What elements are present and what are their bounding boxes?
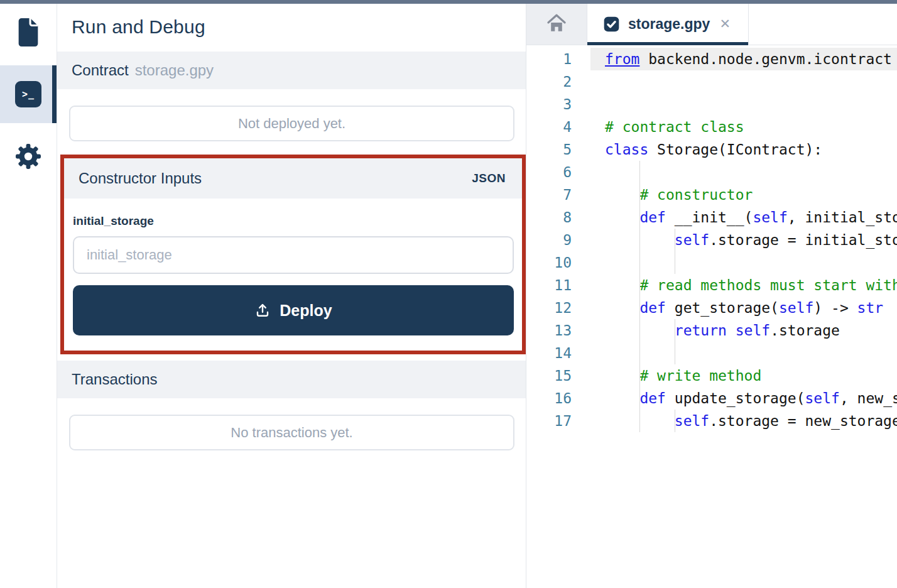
json-toggle-button[interactable]: JSON: [472, 172, 506, 185]
line-number: 3: [526, 93, 590, 116]
code-token: self: [753, 209, 787, 226]
code-line[interactable]: 13 return self.storage: [526, 319, 897, 342]
line-number: 10: [526, 251, 590, 274]
active-item-indicator: [52, 65, 57, 123]
code-token: __init__(: [666, 209, 753, 226]
sidebar-item-files[interactable]: [0, 10, 57, 55]
code-token: str: [857, 300, 884, 316]
constructor-inputs-highlighted-section: Constructor Inputs JSON initial_storage …: [60, 155, 526, 354]
code-line-text[interactable]: def get_storage(self) -> str: [590, 297, 897, 319]
code-line[interactable]: 5class Storage(IContract):: [526, 138, 897, 161]
code-token: [605, 300, 639, 316]
code-line[interactable]: 6: [526, 161, 897, 183]
home-icon: [546, 13, 567, 35]
code-token: # write method: [639, 368, 761, 384]
code-line-text[interactable]: [590, 342, 897, 364]
initial-storage-label: initial_storage: [73, 214, 514, 228]
code-line[interactable]: 3: [526, 93, 897, 116]
code-line-text[interactable]: [590, 70, 897, 93]
code-line-text[interactable]: return self.storage: [590, 319, 897, 342]
deploy-button[interactable]: Deploy: [73, 285, 514, 335]
code-token: [605, 232, 675, 248]
code-line[interactable]: 10: [526, 251, 897, 274]
tabstrip-empty-area: [749, 4, 897, 45]
line-number: 11: [526, 274, 590, 297]
code-token: [605, 390, 639, 406]
contract-section-body: Not deployed yet.: [57, 89, 526, 155]
code-line[interactable]: 12 def get_storage(self) -> str: [526, 297, 897, 319]
close-icon[interactable]: ✕: [718, 16, 732, 32]
tab-storage-gpy[interactable]: storage.gpy ✕: [587, 4, 749, 45]
code-line-text[interactable]: # constructor: [590, 183, 897, 206]
line-number: 17: [526, 410, 590, 432]
code-token: self: [675, 232, 709, 248]
line-number: 9: [526, 229, 590, 251]
code-line[interactable]: 17 self.storage = new_storage: [526, 410, 897, 432]
code-token: [605, 413, 675, 429]
code-token: .storage = new_storage: [709, 413, 897, 429]
code-line-text[interactable]: self.storage = initial_sto: [590, 229, 897, 251]
deploy-status-box: Not deployed yet.: [69, 106, 514, 141]
code-token: backend.node.genvm.icontract: [639, 51, 892, 67]
code-token: Storage(IContract):: [648, 141, 822, 158]
code-line[interactable]: 14: [526, 342, 897, 364]
code-line-text[interactable]: [590, 93, 897, 116]
page-title: Run and Debug: [57, 4, 526, 52]
code-line-text[interactable]: # contract class: [590, 116, 897, 138]
code-lines: 1from backend.node.genvm.icontract234# c…: [526, 48, 897, 432]
tab-filename: storage.gpy: [628, 16, 710, 33]
code-line-text[interactable]: def update_storage(self, new_s: [590, 387, 897, 410]
code-token: [605, 322, 675, 339]
terminal-icon: >_: [15, 81, 41, 107]
code-line-text[interactable]: # read methods must start with: [590, 274, 897, 297]
line-number: 1: [526, 48, 590, 70]
activity-bar: >_: [0, 4, 57, 588]
code-token: [605, 277, 639, 293]
upload-icon: [254, 302, 271, 318]
constructor-title: Constructor Inputs: [79, 170, 202, 187]
code-token: get_storage(: [666, 300, 779, 316]
code-token: update_storage(: [666, 390, 805, 406]
code-token: self: [805, 390, 840, 406]
line-number: 16: [526, 387, 590, 410]
sidebar-item-run-debug[interactable]: >_: [0, 65, 57, 123]
code-line-text[interactable]: from backend.node.genvm.icontract: [590, 48, 897, 70]
code-line-text[interactable]: self.storage = new_storage: [590, 410, 897, 432]
code-editor[interactable]: 1from backend.node.genvm.icontract234# c…: [526, 45, 897, 588]
code-line[interactable]: 4# contract class: [526, 116, 897, 138]
contract-section-header: Contract storage.gpy: [57, 52, 526, 89]
line-number: 2: [526, 70, 590, 93]
code-token: class: [605, 141, 648, 158]
code-token: # contract class: [605, 119, 744, 135]
run-debug-panel: Run and Debug Contract storage.gpy Not d…: [57, 4, 526, 588]
code-line[interactable]: 11 # read methods must start with: [526, 274, 897, 297]
code-line[interactable]: 16 def update_storage(self, new_s: [526, 387, 897, 410]
code-line-text[interactable]: # write method: [590, 364, 897, 387]
home-tab-button[interactable]: [526, 4, 587, 45]
contract-label: Contract: [72, 62, 129, 79]
code-line-text[interactable]: def __init__(self, initial_sto: [590, 206, 897, 229]
constructor-section-body: initial_storage Deploy: [64, 199, 522, 351]
constructor-section-header: Constructor Inputs JSON: [64, 158, 522, 199]
code-line[interactable]: 1from backend.node.genvm.icontract: [526, 48, 897, 70]
code-line[interactable]: 2: [526, 70, 897, 93]
code-line[interactable]: 7 # constructor: [526, 183, 897, 206]
code-line-text[interactable]: [590, 251, 897, 274]
editor-pane: storage.gpy ✕ 1from backend.node.genvm.i…: [526, 4, 897, 588]
code-token: return: [675, 322, 727, 339]
code-line[interactable]: 15 # write method: [526, 364, 897, 387]
code-token: # constructor: [639, 187, 753, 203]
transactions-empty-text: No transactions yet.: [231, 425, 352, 441]
line-number: 12: [526, 297, 590, 319]
code-line-text[interactable]: [590, 161, 897, 183]
code-token: [727, 322, 736, 339]
sidebar-item-settings[interactable]: [0, 134, 57, 180]
initial-storage-input[interactable]: [73, 236, 514, 274]
line-number: 14: [526, 342, 590, 364]
code-line-text[interactable]: class Storage(IContract):: [590, 138, 897, 161]
code-line[interactable]: 8 def __init__(self, initial_sto: [526, 206, 897, 229]
code-token: ) ->: [813, 300, 857, 316]
code-line[interactable]: 9 self.storage = initial_sto: [526, 229, 897, 251]
editor-tabstrip: storage.gpy ✕: [526, 4, 897, 45]
code-token: def: [639, 209, 666, 226]
